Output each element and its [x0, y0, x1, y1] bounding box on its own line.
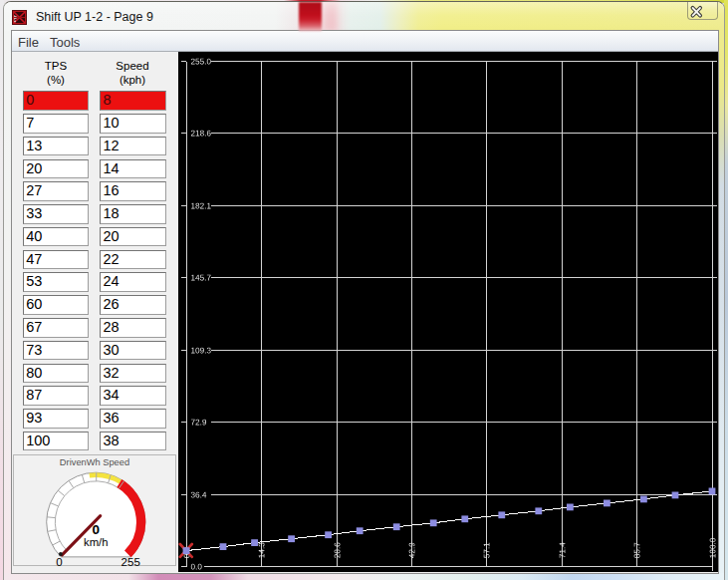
svg-text:km/h: km/h: [84, 535, 108, 547]
svg-text:0: 0: [56, 555, 62, 567]
svg-text:255: 255: [121, 555, 139, 567]
